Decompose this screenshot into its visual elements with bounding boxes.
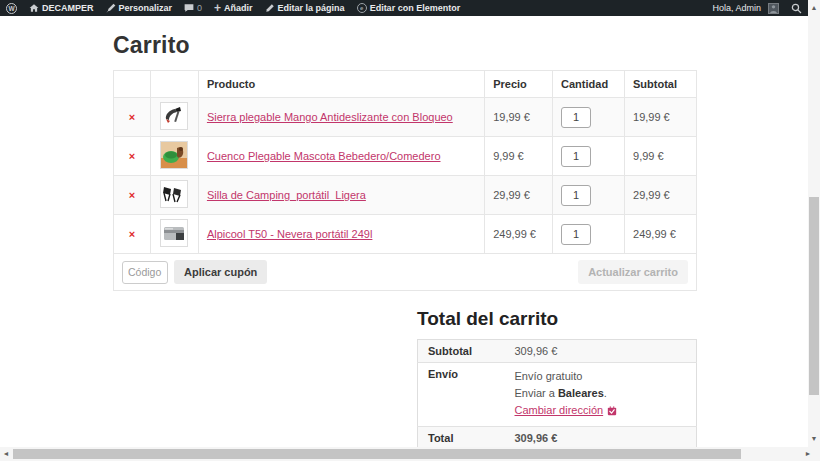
edit-with-elementor-menu[interactable]: e Editar con Elementor (351, 0, 467, 16)
product-thumbnail-saw[interactable] (160, 102, 188, 130)
quantity-input[interactable] (561, 107, 591, 128)
quantity-input[interactable] (561, 146, 591, 167)
home-icon (29, 3, 39, 13)
account-greeting: Hola, Admin (712, 3, 761, 13)
product-link[interactable]: Alpicool T50 - Nevera portátil 249l (207, 228, 373, 240)
shipping-label: Envío (418, 363, 513, 427)
cart-totals: Total del carrito Subtotal 309,96 € Enví… (417, 308, 697, 461)
price-cell: 29,99 € (485, 176, 553, 215)
search-toggle[interactable] (785, 0, 808, 16)
change-address-link[interactable]: Cambiar dirección (515, 404, 604, 416)
remove-item-button[interactable]: × (129, 150, 135, 162)
header-product: Producto (198, 71, 484, 98)
comments-count: 0 (197, 3, 202, 13)
customize-label: Personalizar (119, 3, 173, 13)
header-price: Precio (485, 71, 553, 98)
subtotal-cell: 19,99 € (625, 98, 697, 137)
site-name-menu[interactable]: DECAMPER (23, 0, 100, 16)
update-cart-button[interactable]: Actualizar carrito (578, 260, 688, 284)
product-thumbnail-camping-chairs[interactable] (160, 180, 188, 208)
product-thumbnail-portable-fridge[interactable] (160, 219, 188, 247)
product-link[interactable]: Silla de Camping_portátil_Ligera (207, 189, 366, 201)
wp-admin-bar: W DECAMPER Personalizar 0 + Añadir Edita… (0, 0, 808, 16)
cart-actions-bar: Aplicar cupón Actualizar carrito (122, 260, 688, 284)
new-label: Añadir (224, 3, 253, 13)
price-cell: 9,99 € (485, 137, 553, 176)
page-content: Carrito Producto Precio Cantidad Subtota… (0, 16, 808, 447)
subtotal-cell: 249,99 € (625, 215, 697, 254)
edit-page-menu[interactable]: Editar la página (259, 0, 351, 16)
cart-row: × Sierra plegable Mango Antideslizante c… (114, 98, 697, 137)
ship-to-destination: Baleares (558, 387, 604, 399)
coupon-code-input[interactable] (122, 261, 168, 284)
product-link[interactable]: Cuenco Plegable Mascota Bebedero/Comeder… (207, 150, 441, 162)
remove-item-button[interactable]: × (129, 189, 135, 201)
totals-title: Total del carrito (417, 308, 697, 330)
new-content-menu[interactable]: + Añadir (208, 0, 259, 16)
scroll-up-arrow-icon[interactable]: ▲ (808, 2, 820, 14)
subtotal-cell: 9,99 € (625, 137, 697, 176)
cart-table: Producto Precio Cantidad Subtotal × Sier… (113, 70, 697, 291)
product-thumbnail-pet-bowl[interactable] (160, 141, 188, 169)
elementor-label: Editar con Elementor (370, 3, 461, 13)
subtotal-cell: 29,99 € (625, 176, 697, 215)
ship-to-prefix: Enviar a (515, 387, 558, 399)
account-menu[interactable]: Hola, Admin (706, 0, 785, 16)
cart-row: × Silla de Camping_portátil_Ligera 29,99… (114, 176, 697, 215)
brush-icon (106, 3, 116, 13)
ship-to-line: Enviar a Baleares. (515, 385, 695, 402)
wp-logo-menu[interactable]: W (0, 0, 23, 16)
header-remove (114, 71, 151, 98)
horizontal-scrollbar-thumb[interactable] (13, 449, 741, 459)
remove-item-button[interactable]: × (129, 111, 135, 123)
comments-menu[interactable]: 0 (178, 0, 208, 16)
price-cell: 249,99 € (485, 215, 553, 254)
subtotal-label: Subtotal (418, 340, 513, 363)
header-subtotal: Subtotal (625, 71, 697, 98)
cart-header-row: Producto Precio Cantidad Subtotal (114, 71, 697, 98)
cart-row: × Alpicool T50 - Nevera portátil 249l 24… (114, 215, 697, 254)
edit-page-label: Editar la página (278, 3, 345, 13)
header-quantity: Cantidad (553, 71, 625, 98)
cart-row: × Cuenco Plegable Mascota Bebedero/Comed… (114, 137, 697, 176)
quantity-input[interactable] (561, 224, 591, 245)
change-address-icon (607, 404, 617, 421)
subtotal-row: Subtotal 309,96 € (418, 340, 697, 363)
elementor-icon: e (357, 3, 367, 13)
remove-item-button[interactable]: × (129, 228, 135, 240)
totals-table: Subtotal 309,96 € Envío Envío gratuito E… (417, 339, 697, 450)
ship-to-suffix: . (604, 387, 607, 399)
horizontal-scrollbar[interactable]: ◄ ► (0, 447, 820, 461)
header-thumbnail (150, 71, 198, 98)
vertical-scrollbar[interactable]: ▲ ▼ (808, 0, 820, 447)
subtotal-value: 309,96 € (513, 340, 697, 363)
site-name-label: DECAMPER (42, 3, 94, 13)
page-title: Carrito (113, 32, 697, 59)
pencil-icon (265, 3, 275, 13)
search-icon (791, 3, 802, 14)
customize-menu[interactable]: Personalizar (100, 0, 179, 16)
vertical-scrollbar-thumb[interactable] (809, 197, 819, 395)
apply-coupon-button[interactable]: Aplicar cupón (174, 260, 267, 284)
price-cell: 19,99 € (485, 98, 553, 137)
avatar (768, 3, 779, 14)
quantity-input[interactable] (561, 185, 591, 206)
wordpress-logo-icon: W (6, 3, 17, 14)
comment-bubble-icon (184, 3, 194, 13)
scroll-down-arrow-icon[interactable]: ▼ (808, 433, 820, 445)
shipping-method: Envío gratuito (515, 368, 695, 385)
plus-icon: + (214, 3, 221, 13)
product-link[interactable]: Sierra plegable Mango Antideslizante con… (207, 111, 453, 123)
shipping-row: Envío Envío gratuito Enviar a Baleares. … (418, 363, 697, 427)
scroll-left-arrow-icon[interactable]: ◄ (0, 447, 12, 461)
scroll-right-arrow-icon[interactable]: ► (802, 447, 814, 461)
